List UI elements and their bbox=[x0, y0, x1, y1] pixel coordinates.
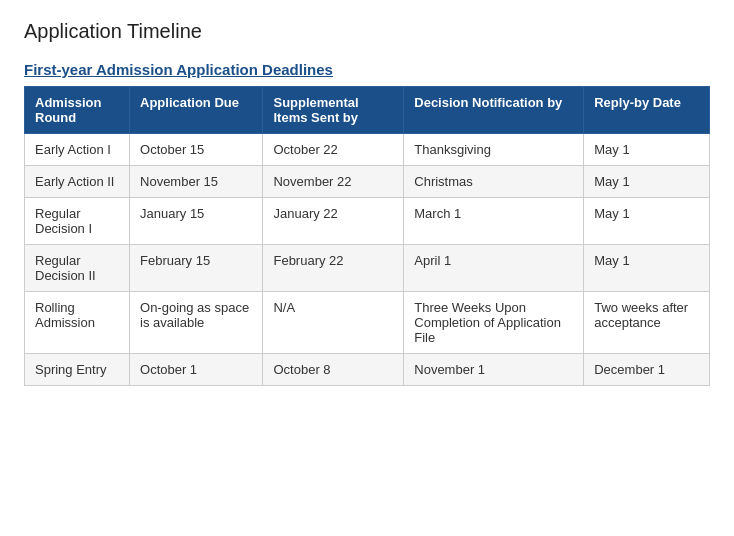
cell-replyBy: May 1 bbox=[584, 166, 710, 198]
cell-replyBy: May 1 bbox=[584, 198, 710, 245]
cell-applicationDue: February 15 bbox=[130, 245, 263, 292]
table-row: Regular Decision IJanuary 15January 22Ma… bbox=[25, 198, 710, 245]
cell-applicationDue: November 15 bbox=[130, 166, 263, 198]
table-row: Early Action IOctober 15October 22Thanks… bbox=[25, 134, 710, 166]
table-row: Regular Decision IIFebruary 15February 2… bbox=[25, 245, 710, 292]
cell-round: Early Action I bbox=[25, 134, 130, 166]
cell-round: Early Action II bbox=[25, 166, 130, 198]
table-row: Rolling AdmissionOn-going as space is av… bbox=[25, 292, 710, 354]
cell-decision: Christmas bbox=[404, 166, 584, 198]
cell-round: Regular Decision I bbox=[25, 198, 130, 245]
cell-supplemental: February 22 bbox=[263, 245, 404, 292]
cell-supplemental: January 22 bbox=[263, 198, 404, 245]
cell-decision: Thanksgiving bbox=[404, 134, 584, 166]
cell-replyBy: Two weeks after acceptance bbox=[584, 292, 710, 354]
cell-decision: Three Weeks Upon Completion of Applicati… bbox=[404, 292, 584, 354]
cell-supplemental: October 8 bbox=[263, 354, 404, 386]
col-header-supplemental: Supplemental Items Sent by bbox=[263, 87, 404, 134]
cell-applicationDue: October 15 bbox=[130, 134, 263, 166]
cell-replyBy: December 1 bbox=[584, 354, 710, 386]
table-row: Spring EntryOctober 1October 8November 1… bbox=[25, 354, 710, 386]
table-header-row: Admission Round Application Due Suppleme… bbox=[25, 87, 710, 134]
cell-replyBy: May 1 bbox=[584, 134, 710, 166]
col-header-round: Admission Round bbox=[25, 87, 130, 134]
cell-decision: April 1 bbox=[404, 245, 584, 292]
table-row: Early Action IINovember 15November 22Chr… bbox=[25, 166, 710, 198]
section-title: First-year Admission Application Deadlin… bbox=[24, 61, 710, 78]
cell-decision: March 1 bbox=[404, 198, 584, 245]
admissions-table: Admission Round Application Due Suppleme… bbox=[24, 86, 710, 386]
cell-supplemental: November 22 bbox=[263, 166, 404, 198]
cell-applicationDue: October 1 bbox=[130, 354, 263, 386]
col-header-decision: Decision Notification by bbox=[404, 87, 584, 134]
col-header-reply: Reply-by Date bbox=[584, 87, 710, 134]
cell-supplemental: October 22 bbox=[263, 134, 404, 166]
cell-supplemental: N/A bbox=[263, 292, 404, 354]
cell-replyBy: May 1 bbox=[584, 245, 710, 292]
page-title: Application Timeline bbox=[24, 20, 710, 43]
cell-round: Regular Decision II bbox=[25, 245, 130, 292]
col-header-app-due: Application Due bbox=[130, 87, 263, 134]
cell-round: Spring Entry bbox=[25, 354, 130, 386]
cell-applicationDue: January 15 bbox=[130, 198, 263, 245]
cell-applicationDue: On-going as space is available bbox=[130, 292, 263, 354]
cell-round: Rolling Admission bbox=[25, 292, 130, 354]
cell-decision: November 1 bbox=[404, 354, 584, 386]
